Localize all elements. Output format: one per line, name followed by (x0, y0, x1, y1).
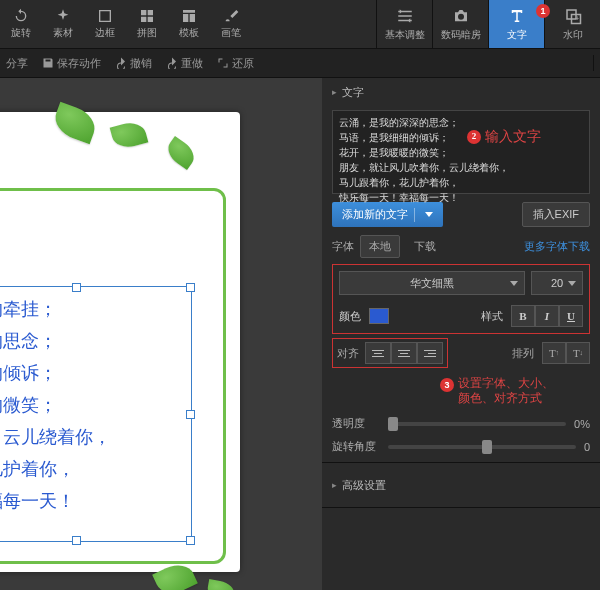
preview-line: 花开，是我暖暖的微笑； (339, 145, 583, 160)
resize-handle[interactable] (186, 536, 195, 545)
tab-watermark[interactable]: 1 + 水印 (544, 0, 600, 48)
rotate-tool[interactable]: 旋转 (0, 0, 42, 48)
material-label: 素材 (53, 26, 73, 40)
color-swatch[interactable] (369, 308, 389, 324)
chevron-down-icon (510, 281, 518, 286)
opacity-value: 0% (574, 418, 590, 430)
template-tool[interactable]: 模板 (168, 0, 210, 48)
puzzle-tool[interactable]: 拼图 (126, 0, 168, 48)
grid-icon (139, 8, 155, 24)
font-family-select[interactable]: 华文细黑 (339, 271, 525, 295)
text-selection-box[interactable]: 绵的牵挂； 深的思念； 细的倾诉； 暖的微笑； 你，云儿绕着你， 花儿护着你， … (0, 286, 192, 542)
annotation-2-badge: 2 (467, 130, 481, 144)
opacity-slider[interactable] (388, 422, 566, 426)
bold-button[interactable]: B (511, 305, 535, 327)
canvas[interactable]: 绵的牵挂； 深的思念； 细的倾诉； 暖的微笑； 你，云儿绕着你， 花儿护着你， … (0, 78, 322, 590)
resize-handle[interactable] (186, 410, 195, 419)
italic-button[interactable]: I (535, 305, 559, 327)
opacity-label: 透明度 (332, 416, 380, 431)
adjust-icon (396, 7, 414, 25)
add-text-button[interactable]: 添加新的文字 (332, 202, 443, 227)
annotation-3-badge: 3 (440, 378, 454, 392)
style-buttons: B I U (511, 305, 583, 327)
svg-text:+: + (575, 15, 579, 22)
font-size-select[interactable]: 20 (531, 271, 583, 295)
tab-darkroom[interactable]: 数码暗房 (432, 0, 488, 48)
align-buttons (365, 342, 443, 364)
restore-button[interactable]: 还原 (217, 56, 254, 71)
resize-handle[interactable] (186, 283, 195, 292)
panel-divider (322, 462, 600, 463)
align-center-button[interactable] (391, 342, 417, 364)
rotate-icon (13, 8, 29, 24)
add-text-label: 添加新的文字 (342, 207, 408, 222)
panel-divider (322, 507, 600, 508)
font-settings-highlight: 华文细黑 20 颜色 样式 B I U (332, 264, 590, 334)
poem-line: 细的倾诉； (0, 357, 185, 389)
rotation-value: 0 (584, 441, 590, 453)
poem-line: 深的思念； (0, 325, 185, 357)
panel-title[interactable]: 文字 (322, 78, 600, 106)
undo-button[interactable]: 撤销 (115, 56, 152, 71)
top-toolbar: 旋转 素材 边框 拼图 模板 画笔 基本调整 数码暗房 文字 1 (0, 0, 600, 49)
resize-handle[interactable] (72, 536, 81, 545)
puzzle-label: 拼图 (137, 26, 157, 40)
sparkle-icon (55, 8, 71, 24)
save-action-button[interactable]: 保存动作 (42, 56, 101, 71)
tab-basic[interactable]: 基本调整 (376, 0, 432, 48)
action-bar: 分享 保存动作 撤销 重做 还原 (0, 49, 600, 78)
align-left-button[interactable] (365, 342, 391, 364)
border-label: 边框 (95, 26, 115, 40)
font-tab-local[interactable]: 本地 (360, 235, 400, 258)
right-tabs: 基本调整 数码暗房 文字 1 + 水印 (376, 0, 600, 48)
text-icon (508, 7, 526, 25)
tab-darkroom-label: 数码暗房 (441, 28, 481, 42)
brush-tool[interactable]: 画笔 (210, 0, 252, 48)
text-preview[interactable]: 云涌，是我的深深的思念； 马语，是我细细的倾诉； 花开，是我暖暖的微笑； 朋友，… (332, 110, 590, 194)
restore-icon (217, 57, 229, 69)
watermark-icon: + (564, 7, 582, 25)
share-button[interactable]: 分享 (6, 56, 28, 71)
annotation-3-line2: 颜色、对齐方式 (458, 391, 554, 406)
border-tool[interactable]: 边框 (84, 0, 126, 48)
redo-label: 重做 (181, 56, 203, 71)
advanced-section[interactable]: 高级设置 (322, 471, 600, 499)
resize-handle[interactable] (72, 283, 81, 292)
main-area: 绵的牵挂； 深的思念； 细的倾诉； 暖的微笑； 你，云儿绕着你， 花儿护着你， … (0, 78, 600, 590)
rotate-label: 旋转 (11, 26, 31, 40)
align-right-button[interactable] (417, 342, 443, 364)
font-size-value: 20 (551, 277, 563, 289)
arrange-up-button[interactable]: T↑ (542, 342, 566, 364)
preview-line: 朋友，就让风儿吹着你，云儿绕着你， (339, 160, 583, 175)
insert-exif-button[interactable]: 插入EXIF (522, 202, 590, 227)
leaf-icon (206, 579, 236, 590)
redo-icon (166, 57, 178, 69)
poem-line: 幸福每一天！ (0, 485, 185, 517)
annotation-2-label: 输入文字 (485, 129, 541, 144)
arrange-down-button[interactable]: T↓ (566, 342, 590, 364)
redo-button[interactable]: 重做 (166, 56, 203, 71)
template-icon (181, 8, 197, 24)
color-label: 颜色 (339, 309, 361, 324)
brush-label: 画笔 (221, 26, 241, 40)
font-tab-download[interactable]: 下载 (406, 236, 444, 257)
action-bar-divider (593, 55, 594, 71)
save-action-label: 保存动作 (57, 56, 101, 71)
tab-text-label: 文字 (507, 28, 527, 42)
poem-text: 绵的牵挂； 深的思念； 细的倾诉； 暖的微笑； 你，云儿绕着你， 花儿护着你， … (0, 293, 185, 517)
more-fonts-link[interactable]: 更多字体下载 (524, 239, 590, 254)
undo-label: 撤销 (130, 56, 152, 71)
material-tool[interactable]: 素材 (42, 0, 84, 48)
border-icon (97, 8, 113, 24)
annotation-2-num: 2 (472, 129, 477, 144)
rotation-slider[interactable] (388, 445, 576, 449)
text-panel: 文字 云涌，是我的深深的思念； 马语，是我细细的倾诉； 花开，是我暖暖的微笑； … (322, 78, 600, 590)
template-label: 模板 (179, 26, 199, 40)
chevron-down-icon (568, 281, 576, 286)
font-label: 字体 (332, 239, 354, 254)
undo-icon (115, 57, 127, 69)
poem-line: 花儿护着你， (0, 453, 185, 485)
font-family-value: 华文细黑 (410, 276, 454, 291)
underline-button[interactable]: U (559, 305, 583, 327)
align-settings-highlight: 对齐 (332, 338, 448, 368)
